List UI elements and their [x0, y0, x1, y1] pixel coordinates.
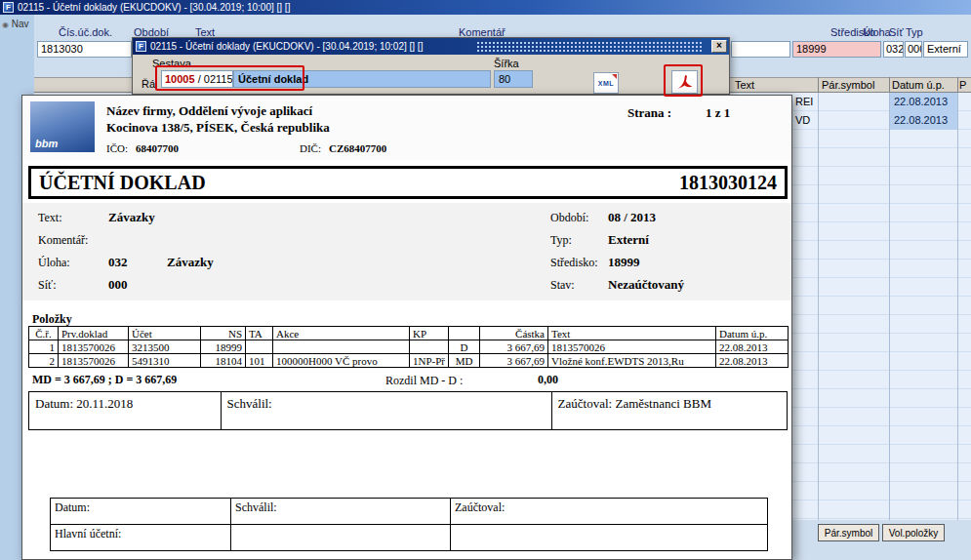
typ-field[interactable]: Externí — [923, 41, 968, 58]
strana-value: 1 z 1 — [706, 105, 730, 121]
col-header: Č.ř. — [29, 327, 59, 340]
col-header: Text — [548, 327, 716, 340]
sign-schvalil: Schválil: — [222, 392, 552, 429]
app-icon: F — [3, 2, 14, 13]
sirka-field[interactable]: 80 — [494, 70, 533, 88]
col-header — [449, 327, 480, 340]
pdf-export-button[interactable] — [671, 70, 698, 94]
cell: 22.08.2013 — [716, 340, 789, 354]
cell — [410, 340, 449, 354]
logo-text: bbm — [35, 138, 58, 149]
rpt-stav-label: Stav: — [550, 278, 575, 293]
close-icon[interactable]: × — [711, 40, 727, 53]
label-cis-uc-dok: Čís.úč.dok. — [59, 26, 112, 38]
uloha-field[interactable]: 032 — [883, 41, 904, 58]
report-preview-window[interactable]: bbm Název firmy, Oddělení vývoje aplikac… — [21, 95, 792, 560]
grid-header-text[interactable]: Text — [735, 79, 754, 91]
sign2-datum: Datum: — [51, 499, 231, 525]
cell: 1NP-Př — [410, 354, 449, 368]
signature-table: Datum: Schválil: Zaúčtoval: Hlavní účetn… — [50, 498, 768, 551]
grid-header-datum-up[interactable]: Datum ú.p. — [892, 79, 945, 91]
sign2-zauctoval: Zaúčtoval: — [451, 499, 768, 525]
sign2-empty-cell — [231, 525, 451, 551]
window-title: 02115 - Účetní doklady (EKUCDOKV) - [30.… — [18, 2, 290, 13]
sestava-number-field[interactable]: 10005 / 02115 — [161, 70, 233, 88]
label-uloha: Úloha — [863, 26, 891, 38]
cell: 18104 — [201, 354, 246, 368]
sit-field[interactable]: 000 — [905, 41, 922, 58]
xml-export-button[interactable]: XML — [593, 72, 619, 94]
sign2-empty-cell — [451, 525, 768, 551]
cell: 22.08.2013 — [716, 354, 789, 368]
totals-text: MD = 3 667,69 ; D = 3 667,69 — [32, 373, 177, 387]
sign2-schvalil: Schválil: — [231, 499, 451, 525]
cell: 100000H000 VČ provo — [273, 354, 410, 368]
grid-row-datum-cell[interactable]: 22.08.2013 — [890, 93, 957, 111]
rpt-text-value: Závazky — [108, 210, 155, 225]
rpt-typ-value: Externí — [608, 232, 649, 248]
strana-label: Strana : — [627, 105, 671, 121]
rpt-text-label: Text: — [38, 211, 62, 225]
sirka-label: Šířka — [494, 58, 519, 69]
col-header: KP — [410, 327, 449, 340]
company-logo: bbm — [30, 101, 95, 152]
cell: 2 — [29, 354, 59, 368]
rpt-uloha-value: 032 — [108, 255, 128, 270]
cell: Vložné konf.EWDTS 2013,Ru — [548, 354, 716, 368]
nav-label: Nav — [12, 19, 29, 29]
sign2-hlavni-ucetni: Hlavní účetní: — [51, 525, 231, 551]
rpt-sit-label: Síť: — [38, 278, 56, 293]
cell: 1813570026 — [548, 340, 716, 354]
rpt-obdobi-label: Období: — [550, 211, 588, 225]
dialog-icon: F — [136, 41, 146, 52]
grid-column-line — [889, 93, 890, 520]
signature-box: Datum: 20.11.2018 Schválil: Zaúčtoval: Z… — [28, 391, 788, 430]
grid-row-text[interactable]: REI — [795, 96, 817, 107]
sestava-number: 10005 — [165, 73, 195, 85]
items-header-row: Č.ř. Prv.doklad Účet NS TA Akce KP Částk… — [29, 327, 789, 340]
stredisko-field[interactable]: 18999 — [792, 41, 881, 58]
grid-header-par-symbol[interactable]: Pár.symbol — [822, 79, 874, 91]
cell: 18999 — [201, 340, 246, 354]
ra-label: Řá — [142, 78, 155, 90]
rpt-obdobi-value: 08 / 2013 — [608, 210, 656, 225]
col-header: Účet — [129, 327, 201, 340]
vol-polozky-button[interactable]: Vol.položky — [882, 524, 945, 541]
window-titlebar[interactable]: F 02115 - Účetní doklady (EKUCDOKV) - [3… — [0, 0, 971, 15]
cis-uc-dok-field[interactable]: 1813030 — [37, 41, 132, 58]
rozdil-label: Rozdil MD - D : — [385, 374, 463, 388]
rpt-uloha-label: Úloha: — [38, 256, 70, 270]
cell: 1 — [29, 340, 59, 354]
ico-label: IČO: — [106, 142, 128, 154]
sestava-rest: / 02115 — [195, 73, 233, 85]
cell: 101 — [246, 354, 273, 368]
grid-header-p[interactable]: P — [959, 79, 966, 91]
rozdil-value: 0,00 — [538, 373, 558, 387]
sestava-label: Sestava — [152, 58, 191, 69]
doc-title-box: ÚČETNÍ DOKLAD 1813030124 — [28, 166, 788, 199]
ico-value: 68407700 — [136, 142, 179, 154]
rpt-sit-value: 000 — [108, 277, 128, 293]
dialog-titlebar[interactable]: F 02115 - Účetní doklady (EKUCDOKV) - [3… — [133, 38, 729, 55]
komentar-field[interactable] — [731, 41, 790, 58]
dic-value: CZ68407700 — [329, 142, 386, 154]
cell: 3213500 — [129, 340, 201, 354]
grid-column-line — [957, 93, 958, 520]
doc-title: ÚČETNÍ DOKLAD — [39, 172, 206, 194]
sestava-name-field[interactable]: Účetní doklad — [233, 70, 491, 88]
sign-datum: Datum: 20.11.2018 — [29, 392, 222, 429]
par-symbol-button[interactable]: Pár.symbol — [818, 524, 879, 541]
grid-row-text[interactable]: VD — [795, 114, 817, 126]
cell: 5491310 — [129, 354, 201, 368]
grid-row-datum-cell[interactable]: 22.08.2013 — [890, 111, 957, 130]
col-header: Datum ú.p. — [716, 327, 789, 340]
xml-icon: XML — [598, 80, 614, 87]
grid-header-separator — [889, 77, 890, 93]
cell: 1813570026 — [59, 354, 129, 368]
nav-icon: ◉ — [2, 20, 9, 29]
app-window: F 02115 - Účetní doklady (EKUCDOKV) - [3… — [0, 0, 971, 560]
grid-header-separator — [818, 77, 819, 93]
print-dialog: F 02115 - Účetní doklady (EKUCDOKV) - [3… — [132, 37, 730, 95]
sign-zauctoval: Zaúčtoval: Zaměstnanci BBM — [552, 392, 787, 429]
company-line2: Kocinova 138/5, PÍSEK, Česká republika — [106, 120, 330, 136]
